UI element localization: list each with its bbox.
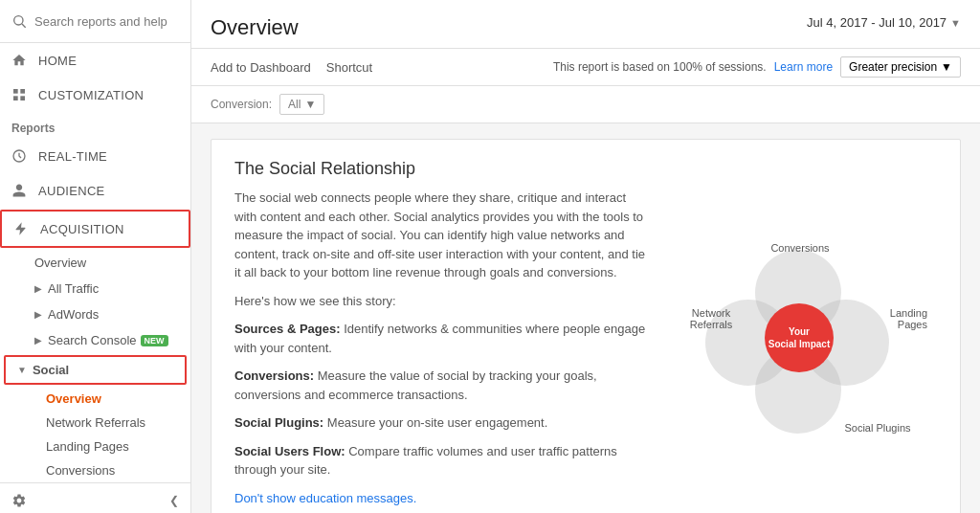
date-range-text: Jul 4, 2017 - Jul 10, 2017 (807, 15, 947, 30)
bullet-3-text: Measure your on-site user engagement. (327, 415, 548, 430)
dismiss-link[interactable]: Don't show education messages. (234, 491, 416, 505)
landing-pages-label: Landing Pages (46, 439, 129, 454)
education-text: The Social Relationship The social web c… (234, 159, 650, 513)
adwords-label: AdWords (48, 307, 99, 322)
conversions-label: Conversions (46, 463, 115, 478)
venn-diagram: YourSocial Impact Conversions LandingPag… (669, 159, 937, 513)
precision-chevron-icon: ▼ (941, 60, 952, 74)
clock-icon (11, 148, 27, 164)
svg-line-1 (22, 24, 26, 28)
settings-icon (11, 493, 27, 508)
customization-label: CUSTOMIZATION (38, 88, 144, 102)
content-area: The Social Relationship The social web c… (191, 123, 980, 513)
education-bullet-2: Conversions: Measure the value of social… (234, 367, 650, 404)
bullet-1-label: Sources & Pages: (234, 322, 341, 336)
sidebar-social-header[interactable]: ▼ Social (6, 357, 185, 383)
sidebar-subitem-overview[interactable]: Overview (0, 250, 190, 276)
bullet-4-label: Social Users Flow: (234, 444, 345, 458)
sidebar-item-home[interactable]: HOME (0, 43, 190, 78)
report-info-text: This report is based on 100% of sessions… (553, 60, 767, 74)
education-dismiss: Don't show education messages. (234, 489, 650, 508)
learn-more-link[interactable]: Learn more (774, 60, 833, 74)
social-label: Social (33, 363, 69, 377)
bullet-2-label: Conversions: (234, 368, 314, 383)
venn-container: YourSocial Impact Conversions LandingPag… (679, 242, 927, 434)
education-title: The Social Relationship (234, 159, 650, 179)
social-arrow-down: ▼ (17, 365, 27, 375)
date-chevron-icon: ▼ (950, 17, 961, 29)
conversion-value: All (288, 98, 301, 111)
overview-label: Overview (34, 256, 86, 270)
venn-center-label: YourSocial Impact (768, 325, 830, 350)
search-console-arrow: ▶ (34, 335, 42, 346)
precision-button[interactable]: Greater precision ▼ (840, 56, 961, 78)
venn-label-conversions: Conversions (757, 242, 843, 254)
page-title: Overview (211, 15, 299, 40)
sidebar-social-conversions[interactable]: Conversions (0, 458, 190, 482)
venn-label-social-plugins: Social Plugins (753, 422, 980, 434)
sidebar-search[interactable]: Search reports and help (0, 0, 190, 43)
venn-label-landing-pages: LandingPages (860, 307, 927, 330)
svg-rect-5 (20, 96, 25, 100)
venn-label-network-referrals: NetworkReferrals (679, 307, 744, 330)
svg-rect-3 (20, 89, 25, 94)
all-traffic-label: All Traffic (48, 281, 99, 296)
toolbar-left: Add to Dashboard Shortcut (211, 58, 372, 77)
sidebar-subitem-all-traffic[interactable]: ▶ All Traffic (0, 276, 190, 301)
toolbar: Add to Dashboard Shortcut This report is… (191, 49, 980, 86)
add-to-dashboard-button[interactable]: Add to Dashboard (211, 58, 311, 77)
new-badge: NEW (141, 335, 168, 346)
education-bullet-3: Social Plugins: Measure your on-site use… (234, 413, 650, 433)
education-story-intro: Here's how we see this story: (234, 292, 650, 311)
bullet-3-label: Social Plugins: (234, 415, 323, 430)
social-overview-label: Overview (46, 391, 101, 406)
sidebar-item-acquisition[interactable]: ACQUISITION (0, 210, 190, 248)
toolbar-right: This report is based on 100% of sessions… (553, 56, 961, 78)
reports-section-label: Reports (0, 112, 190, 139)
main-content: Overview Jul 4, 2017 - Jul 10, 2017 ▼ Ad… (191, 0, 980, 513)
sidebar-item-realtime[interactable]: REAL-TIME (0, 139, 190, 173)
search-placeholder-text: Search reports and help (34, 14, 167, 29)
sidebar-bottom[interactable]: ❮ (0, 482, 190, 513)
collapse-icon: ❮ (169, 494, 179, 507)
sidebar-social-network-referrals[interactable]: Network Referrals (0, 411, 190, 435)
shortcut-button[interactable]: Shortcut (326, 58, 372, 77)
svg-rect-4 (13, 96, 18, 100)
acquisition-label: ACQUISITION (40, 222, 124, 236)
audience-label: AUDIENCE (38, 184, 105, 198)
conversion-select[interactable]: All ▼ (279, 94, 324, 115)
person-icon (11, 183, 27, 198)
education-card: The Social Relationship The social web c… (211, 139, 961, 513)
education-intro: The social web connects people where the… (234, 189, 650, 282)
precision-label: Greater precision (849, 60, 937, 74)
home-icon (11, 53, 27, 68)
venn-center-circle: YourSocial Impact (765, 303, 834, 372)
svg-point-0 (14, 16, 23, 25)
main-header: Overview Jul 4, 2017 - Jul 10, 2017 ▼ (191, 0, 980, 49)
date-range[interactable]: Jul 4, 2017 - Jul 10, 2017 ▼ (807, 15, 961, 30)
education-bullet-4: Social Users Flow: Compare traffic volum… (234, 442, 650, 480)
sidebar-item-customization[interactable]: CUSTOMIZATION (0, 78, 190, 112)
svg-rect-2 (13, 89, 18, 94)
sidebar-subitem-search-console[interactable]: ▶ Search Console NEW (0, 327, 190, 353)
sidebar-item-audience[interactable]: AUDIENCE (0, 173, 190, 208)
all-traffic-arrow: ▶ (34, 283, 42, 294)
search-icon (11, 13, 27, 29)
sidebar-social-landing-pages[interactable]: Landing Pages (0, 435, 190, 458)
sidebar-subitem-adwords[interactable]: ▶ AdWords (0, 301, 190, 327)
network-referrals-label: Network Referrals (46, 415, 145, 430)
bolt-icon (13, 221, 29, 236)
home-label: HOME (38, 54, 77, 68)
conversion-label: Conversion: (211, 98, 272, 111)
realtime-label: REAL-TIME (38, 149, 107, 164)
conversion-bar: Conversion: All ▼ (191, 86, 980, 123)
sidebar: Search reports and help HOME CUSTOMIZATI… (0, 0, 191, 513)
search-console-label: Search Console (48, 333, 137, 347)
sidebar-social-overview[interactable]: Overview (0, 387, 190, 411)
grid-icon (11, 87, 27, 102)
adwords-arrow: ▶ (34, 309, 42, 320)
conversion-chevron-icon: ▼ (304, 98, 316, 111)
education-bullet-1: Sources & Pages: Identify networks & com… (234, 320, 650, 357)
